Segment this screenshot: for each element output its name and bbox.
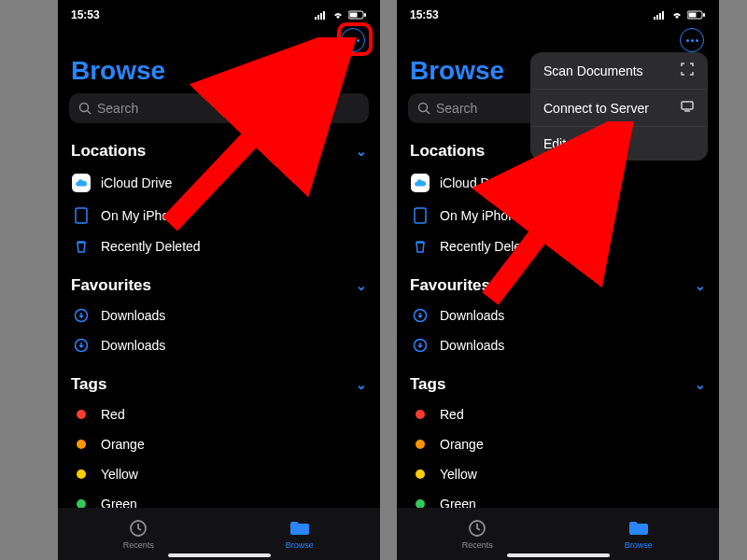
battery-icon (348, 10, 367, 20)
tags-header[interactable]: Tags ⌄ (58, 370, 380, 399)
status-icons (315, 10, 367, 20)
tag-dot-icon (416, 410, 425, 419)
phone-screen-left: 15:53 Browse Search Locations ⌄ iCloud D… (58, 0, 380, 560)
svg-rect-0 (315, 17, 317, 20)
search-icon (78, 102, 92, 115)
top-bar (397, 24, 719, 52)
server-icon (680, 99, 695, 117)
svg-line-13 (170, 51, 333, 224)
favourite-downloads-2[interactable]: Downloads (58, 330, 380, 360)
tag-yellow[interactable]: Yellow (397, 459, 719, 489)
svg-rect-5 (350, 13, 358, 18)
chevron-down-icon: ⌄ (695, 278, 706, 293)
icloud-icon (411, 174, 430, 192)
chevron-down-icon: ⌄ (356, 144, 367, 159)
status-bar: 15:53 (397, 0, 719, 24)
trash-icon (410, 239, 430, 254)
tag-red[interactable]: Red (58, 399, 380, 429)
tag-dot-icon (77, 469, 86, 479)
chevron-down-icon: ⌄ (356, 278, 367, 293)
phone-icon (71, 207, 92, 224)
favourite-downloads-1[interactable]: Downloads (58, 301, 380, 330)
svg-rect-17 (662, 11, 664, 20)
svg-rect-6 (364, 13, 366, 17)
svg-rect-14 (654, 17, 655, 20)
signal-icon (315, 10, 328, 20)
search-icon (417, 102, 430, 115)
phone-icon (410, 207, 430, 224)
svg-line-22 (427, 111, 430, 115)
tab-recents[interactable]: Recents (397, 508, 558, 560)
battery-icon (687, 10, 706, 20)
signal-icon (654, 10, 667, 20)
download-icon (71, 308, 92, 323)
status-icons (654, 10, 706, 20)
phone-screen-right: 15:53 Browse Search Locations ⌄ iCloud D… (397, 0, 719, 560)
tag-yellow[interactable]: Yellow (58, 459, 380, 489)
wifi-icon (331, 10, 345, 20)
search-placeholder: Search (97, 101, 138, 116)
icloud-icon (72, 174, 91, 192)
clock-icon (128, 518, 148, 539)
download-icon (410, 338, 430, 353)
svg-line-8 (88, 111, 92, 115)
download-icon (71, 338, 92, 353)
tag-orange[interactable]: Orange (58, 429, 380, 459)
scan-icon (680, 62, 695, 79)
ellipsis-icon (686, 39, 698, 42)
chevron-down-icon: ⌄ (356, 377, 367, 392)
annotation-arrow (151, 37, 357, 243)
home-indicator[interactable] (507, 553, 610, 557)
clock-icon (467, 518, 487, 539)
svg-rect-19 (689, 13, 697, 18)
svg-rect-23 (415, 208, 426, 223)
download-icon (410, 308, 430, 323)
menu-scan-documents[interactable]: Scan Documents (530, 52, 708, 90)
tag-dot-icon (416, 440, 425, 449)
tab-browse[interactable]: Browse (558, 508, 720, 560)
svg-rect-3 (323, 11, 325, 20)
folder-icon (289, 518, 311, 539)
tag-orange[interactable]: Orange (397, 429, 719, 459)
tab-bar: Recents Browse (58, 508, 380, 560)
search-placeholder: Search (436, 101, 477, 116)
more-button[interactable] (680, 28, 704, 52)
favourite-downloads-2[interactable]: Downloads (397, 330, 719, 360)
tab-bar: Recents Browse (397, 508, 719, 560)
svg-rect-16 (659, 13, 661, 20)
svg-rect-1 (317, 15, 319, 20)
trash-icon (71, 239, 92, 254)
svg-rect-20 (703, 13, 705, 17)
annotation-arrow (472, 121, 658, 308)
svg-rect-2 (320, 13, 322, 20)
svg-point-21 (419, 104, 428, 112)
tab-recents[interactable]: Recents (58, 508, 219, 560)
svg-rect-15 (656, 15, 658, 20)
wifi-icon (670, 10, 684, 20)
folder-icon (627, 518, 650, 539)
tag-dot-icon (416, 469, 425, 479)
svg-point-7 (80, 104, 89, 112)
status-bar: 15:53 (58, 0, 380, 24)
favourites-header[interactable]: Favourites ⌄ (58, 271, 380, 301)
svg-line-29 (490, 140, 612, 299)
tag-red[interactable]: Red (397, 399, 719, 429)
chevron-down-icon: ⌄ (695, 377, 706, 392)
home-indicator[interactable] (168, 553, 271, 557)
svg-rect-27 (682, 102, 693, 109)
tags-header[interactable]: Tags ⌄ (397, 370, 719, 399)
tab-browse[interactable]: Browse (219, 508, 381, 560)
tag-dot-icon (77, 410, 86, 419)
svg-rect-9 (76, 208, 87, 223)
clock: 15:53 (410, 8, 439, 21)
tag-dot-icon (77, 440, 86, 449)
clock: 15:53 (71, 8, 100, 21)
